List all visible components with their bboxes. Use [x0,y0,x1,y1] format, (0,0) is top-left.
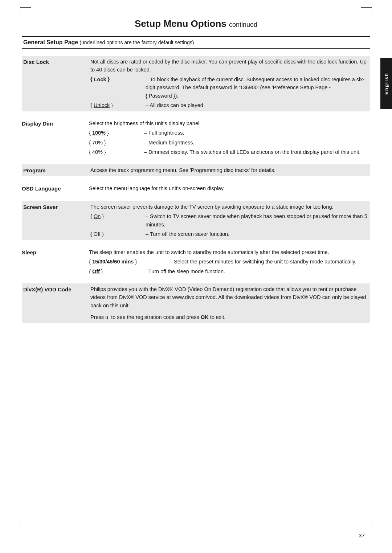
page-number: 37 [359,532,365,538]
display-dim-option-70: { 70% } – Medium brightness. [89,139,370,147]
row-display-dim: Display Dim Select the brightness of thi… [22,119,370,156]
screen-saver-option-on: { On } – Switch to TV screen saver mode … [90,212,369,229]
disc-lock-dash-lock [138,75,146,83]
content-display-dim: Select the brightness of this unit's dis… [89,119,370,156]
display-dim-key-40: { 40% } [89,148,136,156]
content-disc-lock: Not all discs are rated or coded by the … [90,58,369,110]
label-program: Program [23,166,90,175]
section-subtitle: (underlined options are the factory defa… [79,40,194,45]
label-disc-lock: Disc Lock [23,58,90,110]
screen-saver-option-off: { Off } – Turn off the screen saver func… [90,230,369,238]
disc-lock-intro: Not all discs are rated or coded by the … [90,58,369,74]
corner-mark-tl-v [20,7,20,18]
corner-mark-br-v [372,520,372,531]
content-screen-saver: The screen saver prevents damage to the … [90,203,369,238]
screen-saver-key-on: { On } [90,212,138,220]
display-dim-option-100: { 100% } – Full brightness. [89,129,370,137]
section-header: General Setup Page (underlined options a… [22,36,370,49]
corner-mark-bl-v [20,520,20,531]
sleep-option-mins: { 15/30/45/60 mins } – Select the preset… [89,258,370,266]
page-title: Setup Menu Options continued [22,15,370,29]
screen-saver-value-on: – Switch to TV screen saver mode when pl… [146,212,369,229]
side-tab-label: English [384,73,389,95]
row-sleep: Sleep The sleep timer enables the unit t… [22,248,370,275]
page-title-continued: continued [229,21,257,28]
corner-mark-bl-h [20,531,31,531]
sleep-key-off: { Off } [89,267,136,275]
row-osd-language: OSD Language Select the menu language fo… [22,184,370,193]
label-screen-saver: Screen Saver [23,203,90,238]
disc-lock-key-lock: { Lock } [90,75,138,83]
label-divxr-vod: DivX(R) VOD Code [23,285,90,321]
sleep-value-off: – Turn off the sleep mode function. [144,267,370,275]
divxr-vod-intro: Philips provides you with the DivX® VOD … [90,285,369,310]
corner-mark-tr-h [361,7,372,8]
content-program: Access the track programming menu. See '… [90,166,369,175]
row-disc-lock: Disc Lock Not all discs are rated or cod… [22,56,370,111]
content-osd-language: Select the menu language for this unit's… [89,184,370,193]
disc-lock-option-lock: { Lock } – To block the playback of the … [90,75,369,100]
screen-saver-key-off: { Off } [90,230,138,238]
osd-language-intro: Select the menu language for this unit's… [89,184,370,192]
screen-saver-value-off: – Turn off the screen saver function. [146,230,369,238]
disc-lock-value-unlock: – All discs can be played. [146,101,369,109]
label-display-dim: Display Dim [22,119,89,156]
screen-saver-intro: The screen saver prevents damage to the … [90,203,369,211]
corner-mark-tl-h [20,7,31,8]
section-title: General Setup Page [23,39,78,45]
row-screen-saver: Screen Saver The screen saver prevents d… [22,201,370,240]
content-divxr-vod: Philips provides you with the DivX® VOD … [90,285,369,321]
display-dim-intro: Select the brightness of this unit's dis… [89,119,370,127]
label-osd-language: OSD Language [22,184,89,193]
program-intro: Access the track programming menu. See '… [90,166,369,174]
disc-lock-option-unlock: { Unlock } – All discs can be played. [90,101,369,109]
content-sleep: The sleep timer enables the unit to swit… [89,248,370,275]
label-sleep: Sleep [22,248,89,275]
corner-mark-tr-v [372,7,372,18]
side-tab: English [380,58,392,109]
display-dim-value-100: – Full brightness. [144,129,370,137]
page-container: English Setup Menu Options continued Gen… [0,0,392,553]
disc-lock-key-unlock: { Unlock } [90,101,138,109]
sleep-intro: The sleep timer enables the unit to swit… [89,248,370,256]
display-dim-key-100: { 100% } [89,129,136,137]
display-dim-key-70: { 70% } [89,139,136,147]
display-dim-option-40: { 40% } – Dimmest display. This switches… [89,148,370,156]
sleep-key-mins: { 15/30/45/60 mins } [89,258,162,266]
sleep-option-off: { Off } – Turn off the sleep mode functi… [89,267,370,275]
sleep-value-mins: – Select the preset minutes for switchin… [170,258,370,266]
display-dim-value-70: – Medium brightness. [144,139,370,147]
disc-lock-dash-unlock [138,101,146,109]
row-program: Program Access the track programming men… [22,164,370,177]
disc-lock-value-lock: – To block the playback of the current d… [146,75,369,100]
page-title-text: Setup Menu Options [135,18,226,29]
display-dim-value-40: – Dimmest display. This switches off all… [144,148,370,156]
corner-mark-br-h [361,531,372,531]
divxr-vod-footer: Press u to see the registration code and… [90,313,369,321]
row-divxr-vod: DivX(R) VOD Code Philips provides you wi… [22,283,370,323]
